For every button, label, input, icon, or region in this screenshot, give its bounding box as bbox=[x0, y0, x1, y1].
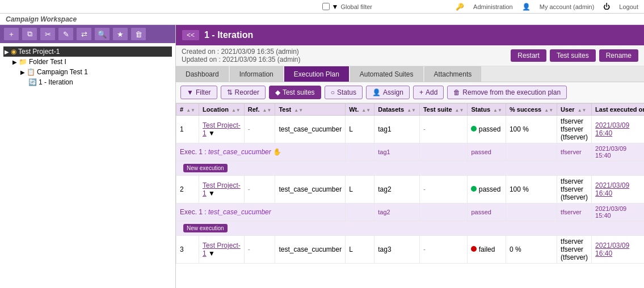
tree-label-iteration: 1 - Iteration bbox=[39, 78, 73, 86]
tab-information[interactable]: Information bbox=[230, 66, 283, 82]
status-btn[interactable]: ○ Status bbox=[325, 86, 363, 99]
tree-item-root[interactable]: ▶ ◉ Test Project-1 bbox=[3, 46, 172, 57]
cell-status: passed bbox=[468, 176, 506, 204]
test-suites-header-btn[interactable]: Test suites bbox=[550, 49, 596, 62]
sidebar-add-btn[interactable]: + bbox=[3, 27, 19, 41]
dropdown-arrow[interactable]: ▼ bbox=[208, 249, 215, 257]
add-icon: + bbox=[419, 88, 423, 96]
tree-item-folder[interactable]: ▶ 📁 Folder Test I bbox=[11, 57, 172, 67]
exec-link[interactable]: test_case_cucumber bbox=[208, 208, 271, 216]
back-btn[interactable]: << bbox=[182, 29, 200, 41]
global-filter-icon: ▼ bbox=[332, 3, 339, 11]
test-suites-icon: ◆ bbox=[275, 88, 280, 96]
tab-automated-suites[interactable]: Automated Suites bbox=[350, 66, 423, 82]
cell-test-suite: - bbox=[419, 236, 467, 264]
title-bar: << 1 - Iteration bbox=[176, 25, 644, 45]
exec-date-link[interactable]: 2021/03/0916:40 bbox=[595, 181, 629, 197]
cursor-indicator: ✋ bbox=[273, 148, 281, 156]
reorder-icon: ⇅ bbox=[227, 88, 233, 96]
col-weight: Wt. ▲▼ bbox=[346, 104, 374, 116]
new-exec-cell: New execution bbox=[176, 221, 645, 236]
sidebar-copy-btn[interactable]: ⧉ bbox=[22, 27, 37, 41]
assign-label: Assign bbox=[383, 88, 403, 96]
filter-label: Filter bbox=[196, 88, 211, 96]
reorder-btn[interactable]: ⇅ Reorder bbox=[221, 86, 266, 99]
remove-btn[interactable]: 🗑 Remove from the execution plan bbox=[447, 86, 567, 99]
tab-dashboard[interactable]: Dashboard bbox=[176, 66, 229, 82]
sidebar-cut-btn[interactable]: ✂ bbox=[40, 27, 56, 41]
folder-icon: 📁 bbox=[19, 58, 27, 66]
account-link[interactable]: My account (admin) bbox=[540, 3, 595, 10]
assign-btn[interactable]: 👤 Assign bbox=[366, 86, 410, 99]
tree-label-root: Test Project-1 bbox=[18, 48, 60, 56]
exec-label: Exec. 1 : bbox=[180, 148, 208, 156]
col-location: Location ▲▼ bbox=[199, 104, 245, 116]
app-title: Campaign Workspace bbox=[6, 15, 77, 23]
tab-execution-plan[interactable]: Execution Plan bbox=[284, 66, 349, 82]
exec-user: tfserver bbox=[557, 143, 592, 161]
cell-num: 3 bbox=[176, 236, 199, 264]
cell-status: passed bbox=[468, 116, 506, 143]
exec-link[interactable]: test_case_cucumber bbox=[208, 148, 271, 156]
filter-icon: ▼ bbox=[187, 88, 193, 96]
add-row-btn[interactable]: + Add bbox=[413, 86, 444, 99]
test-suites-btn[interactable]: ◆ Test suites bbox=[269, 86, 321, 99]
exec-test-suite bbox=[419, 204, 467, 221]
admin-icon: 🔑 bbox=[456, 3, 464, 11]
sidebar-move-btn[interactable]: ⇄ bbox=[76, 27, 92, 41]
logout-icon: ⏻ bbox=[603, 3, 610, 11]
cell-last-exec: 2021/03/0916:40 bbox=[592, 116, 644, 143]
restart-btn[interactable]: Restart bbox=[511, 49, 546, 62]
dropdown-arrow[interactable]: ▼ bbox=[208, 189, 215, 197]
cell-test: test_case_cucumber bbox=[275, 116, 346, 143]
add-label: Add bbox=[426, 88, 437, 96]
created-date: 2021/03/09 16:35 (admin) bbox=[221, 48, 298, 56]
tree-label-campaign: Campaign Test 1 bbox=[37, 68, 88, 76]
cell-num: 1 bbox=[176, 116, 199, 143]
admin-link[interactable]: Administration bbox=[473, 3, 513, 10]
status-icon: ○ bbox=[331, 88, 335, 96]
exec-wt bbox=[346, 143, 374, 161]
dropdown-arrow[interactable]: ▼ bbox=[208, 129, 215, 137]
exec-date-link[interactable]: 2021/03/0916:40 bbox=[595, 242, 629, 257]
updated-line: Updated on : 2021/03/09 16:35 (admin) bbox=[182, 56, 301, 63]
sidebar-search-btn[interactable]: 🔍 bbox=[94, 27, 110, 41]
page-title: 1 - Iteration bbox=[204, 30, 253, 40]
logout-link[interactable]: Logout bbox=[619, 3, 638, 10]
rename-btn[interactable]: Rename bbox=[599, 49, 638, 62]
sidebar-edit-btn[interactable]: ✎ bbox=[58, 27, 74, 41]
exec-wt bbox=[346, 204, 374, 221]
info-bar: Created on : 2021/03/09 16:35 (admin) Up… bbox=[176, 45, 644, 66]
col-test: Test ▲▼ bbox=[275, 104, 346, 116]
exec-date: 2021/03/0915:40 bbox=[592, 204, 644, 221]
new-exec-row: New execution bbox=[176, 221, 645, 236]
cell-percent: 100 % bbox=[506, 116, 557, 143]
new-execution-badge: New execution bbox=[183, 224, 228, 232]
new-execution-badge: New execution bbox=[183, 164, 228, 172]
sidebar-star-btn[interactable]: ★ bbox=[112, 27, 128, 41]
exec-test-suite bbox=[419, 143, 467, 161]
exec-status: passed bbox=[468, 204, 506, 221]
col-user: User ▲▼ bbox=[557, 104, 592, 116]
cell-ref: - bbox=[244, 176, 275, 204]
tab-attachments[interactable]: Attachments bbox=[424, 66, 482, 82]
global-filter-checkbox[interactable] bbox=[322, 3, 330, 10]
tree-item-iteration[interactable]: 🔄 1 - Iteration bbox=[27, 77, 172, 87]
assign-icon: 👤 bbox=[372, 88, 381, 96]
tree-toggle-folder: ▶ bbox=[12, 59, 17, 65]
sidebar-delete-btn[interactable]: 🗑 bbox=[131, 27, 146, 41]
global-filter-link[interactable]: Global filter bbox=[340, 3, 372, 10]
cell-datasets: tag1 bbox=[374, 116, 420, 143]
tabs: Dashboard Information Execution Plan Aut… bbox=[176, 66, 644, 82]
app-header: Campaign Workspace bbox=[0, 14, 644, 25]
exec-label: Exec. 1 : bbox=[180, 208, 208, 216]
filter-btn[interactable]: ▼ Filter bbox=[180, 86, 217, 99]
cell-ref: - bbox=[244, 236, 275, 264]
table-row: Exec. 1 : test_case_cucumber ✋ tag1 pass… bbox=[176, 143, 645, 161]
tree-item-campaign[interactable]: ▶ 📋 Campaign Test 1 bbox=[19, 67, 172, 77]
cell-datasets: tag3 bbox=[374, 236, 420, 264]
exec-date-link[interactable]: 2021/03/0916:40 bbox=[595, 121, 629, 137]
created-label: Created on : bbox=[182, 48, 219, 56]
exec-percent bbox=[506, 143, 557, 161]
cell-ref: - bbox=[244, 116, 275, 143]
